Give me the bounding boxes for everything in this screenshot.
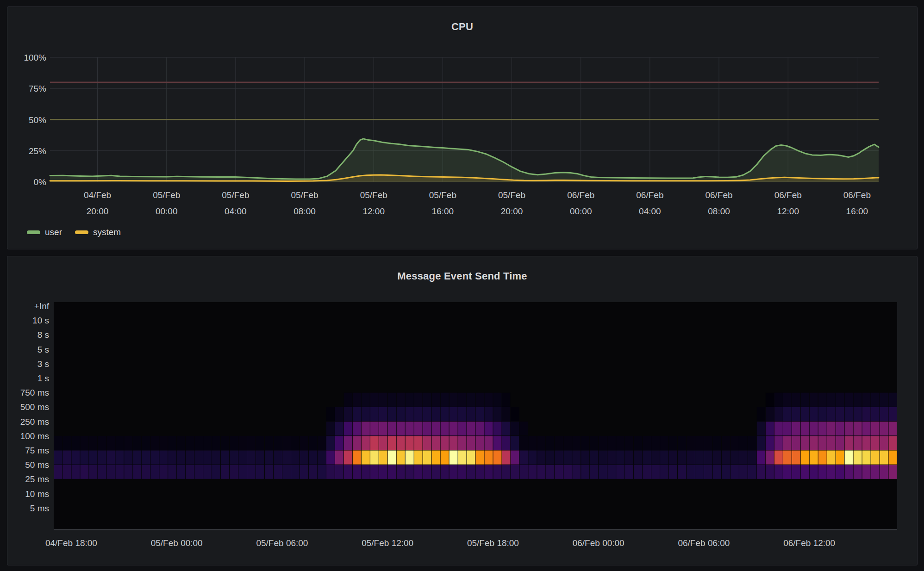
heatmap-cell: [309, 436, 317, 450]
heatmap-cell: [256, 436, 264, 450]
heatmap-cell: [326, 436, 335, 450]
heatmap-cell: [353, 451, 361, 465]
heatmap-cell: [485, 407, 493, 421]
heatmap-cell: [432, 393, 440, 407]
heatmap-cell: [186, 465, 194, 479]
heatmap-cell: [89, 436, 97, 450]
heatmap-cell: [256, 451, 264, 465]
heatmap-cell: [72, 436, 80, 450]
heatmap-panel-title[interactable]: Message Event Send Time: [7, 270, 917, 282]
heatmap-cell: [880, 393, 888, 407]
heatmap-cell: [406, 436, 414, 450]
cpu-panel-title[interactable]: CPU: [7, 21, 917, 33]
heatmap-cell: [739, 451, 748, 465]
heatmap-chart[interactable]: +Inf10 s8 s5 s3 s1 s750 ms500 ms250 ms10…: [7, 256, 917, 565]
heatmap-cell: [889, 422, 897, 435]
heatmap-cell: [318, 436, 326, 450]
heatmap-cell: [880, 465, 888, 479]
heatmap-cell: [467, 393, 475, 407]
heatmap-cell: [880, 451, 888, 465]
heatmap-cell: [106, 465, 115, 479]
heatmap-cell: [335, 436, 343, 450]
heatmap-cell: [502, 465, 510, 479]
heatmap-cell: [774, 451, 783, 465]
heatmap-cell: [388, 407, 396, 421]
cpu-x-tick-date: 05/Feb: [222, 190, 249, 200]
heatmap-cell: [792, 436, 800, 450]
heatmap-cell: [845, 422, 853, 435]
heatmap-cell: [511, 465, 519, 479]
heatmap-cell: [379, 465, 387, 479]
heatmap-cell: [862, 465, 871, 479]
heatmap-cell: [651, 465, 660, 479]
heatmap-cell: [651, 436, 660, 450]
heatmap-cell: [810, 407, 818, 421]
heatmap-cell: [854, 422, 862, 435]
heatmap-cell: [827, 436, 836, 450]
heatmap-cell: [326, 465, 335, 479]
heatmap-cell: [177, 451, 185, 465]
heatmap-cell: [889, 465, 897, 479]
heatmap-cell: [546, 465, 554, 479]
heatmap-cell: [318, 451, 326, 465]
heatmap-cell: [546, 451, 554, 465]
heatmap-cell: [291, 436, 300, 450]
heatmap-cell: [265, 465, 273, 479]
heatmap-cell: [880, 436, 888, 450]
heatmap-cell: [379, 451, 387, 465]
heatmap-x-tick-label: 05/Feb 18:00: [467, 538, 519, 548]
cpu-x-tick-time: 00:00: [570, 206, 592, 216]
heatmap-cell: [406, 465, 414, 479]
heatmap-cell: [432, 422, 440, 435]
cpu-x-tick-time: 16:00: [846, 206, 868, 216]
heatmap-cell: [748, 436, 756, 450]
heatmap-cell: [388, 465, 396, 479]
heatmap-cell: [493, 465, 502, 479]
heatmap-cell: [818, 436, 827, 450]
heatmap-cell: [388, 393, 396, 407]
legend-item-system[interactable]: system: [75, 227, 121, 237]
heatmap-cell: [159, 451, 168, 465]
heatmap-cell: [362, 407, 370, 421]
heatmap-cell: [695, 436, 704, 450]
heatmap-cell: [801, 465, 809, 479]
heatmap-cell: [669, 465, 677, 479]
heatmap-cell: [722, 465, 730, 479]
heatmap-cell: [300, 436, 308, 450]
heatmap-cell: [362, 393, 370, 407]
heatmap-cell: [54, 436, 62, 450]
cpu-x-tick-date: 06/Feb: [843, 190, 871, 200]
heatmap-cell: [335, 451, 343, 465]
legend-item-user[interactable]: user: [27, 227, 62, 237]
heatmap-cell: [98, 451, 106, 465]
cpu-y-tick-label: 0%: [34, 177, 47, 187]
cpu-x-tick-date: 06/Feb: [567, 190, 594, 200]
heatmap-cell: [458, 465, 467, 479]
heatmap-cell: [862, 407, 871, 421]
heatmap-cell: [414, 451, 423, 465]
heatmap-cell: [572, 451, 581, 465]
heatmap-cell: [713, 451, 721, 465]
heatmap-cell: [485, 422, 493, 435]
heatmap-cell: [344, 436, 352, 450]
heatmap-cell: [432, 451, 440, 465]
heatmap-cell: [722, 436, 730, 450]
heatmap-y-tick-label: 500 ms: [20, 402, 49, 412]
heatmap-cell: [502, 451, 510, 465]
heatmap-cell: [528, 465, 537, 479]
heatmap-cell: [467, 422, 475, 435]
heatmap-x-tick-label: 06/Feb 00:00: [573, 538, 624, 548]
heatmap-cell: [783, 393, 792, 407]
cpu-chart[interactable]: 0%25%50%75%100%04/Feb20:0005/Feb00:0005/…: [7, 7, 917, 249]
heatmap-cell: [695, 451, 704, 465]
heatmap-cell: [801, 451, 809, 465]
cpu-panel: CPU 0%25%50%75%100%04/Feb20:0005/Feb00:0…: [7, 6, 918, 249]
heatmap-cell: [370, 436, 379, 450]
heatmap-cell: [511, 451, 519, 465]
heatmap-cell: [599, 436, 607, 450]
cpu-x-tick-date: 06/Feb: [636, 190, 663, 200]
heatmap-cell: [414, 393, 423, 407]
heatmap-cell: [379, 407, 387, 421]
heatmap-cell: [458, 393, 467, 407]
heatmap-cell: [889, 407, 897, 421]
